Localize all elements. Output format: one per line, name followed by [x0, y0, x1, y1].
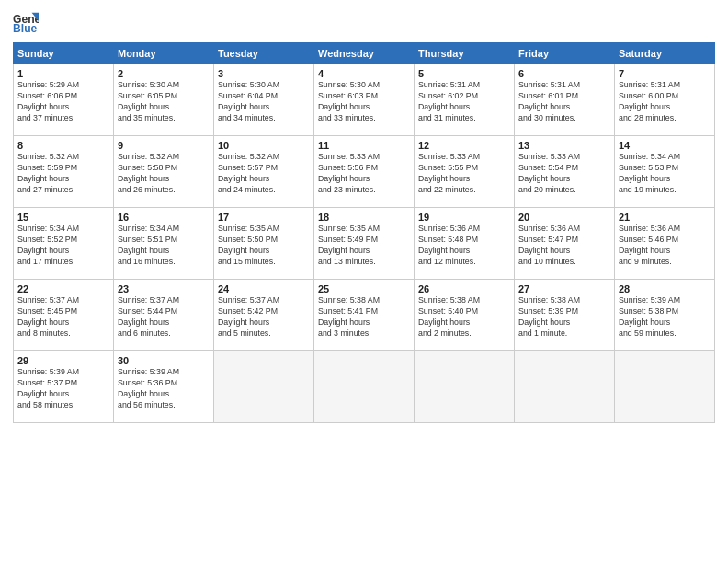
calendar-cell: [214, 351, 314, 423]
calendar-cell: [515, 351, 615, 423]
day-number: 11: [318, 140, 410, 151]
day-number: 20: [518, 212, 610, 223]
calendar-cell: 7 Sunrise: 5:31 AM Sunset: 6:00 PM Dayli…: [615, 64, 715, 136]
day-info: Sunrise: 5:36 AM Sunset: 5:46 PM Dayligh…: [619, 224, 711, 268]
weekday-header: Thursday: [415, 43, 515, 64]
calendar-cell: 8 Sunrise: 5:32 AM Sunset: 5:59 PM Dayli…: [14, 136, 114, 208]
day-number: 23: [118, 283, 210, 294]
calendar-cell: 10 Sunrise: 5:32 AM Sunset: 5:57 PM Dayl…: [214, 136, 314, 208]
day-number: 12: [418, 140, 510, 151]
day-info: Sunrise: 5:37 AM Sunset: 5:45 PM Dayligh…: [17, 295, 109, 339]
day-info: Sunrise: 5:39 AM Sunset: 5:37 PM Dayligh…: [17, 367, 109, 411]
calendar-week-row: 15 Sunrise: 5:34 AM Sunset: 5:52 PM Dayl…: [14, 208, 715, 280]
day-number: 21: [619, 212, 711, 223]
calendar-cell: 18 Sunrise: 5:35 AM Sunset: 5:49 PM Dayl…: [314, 208, 415, 280]
calendar-cell: 12 Sunrise: 5:33 AM Sunset: 5:55 PM Dayl…: [415, 136, 515, 208]
day-number: 6: [518, 68, 610, 79]
calendar-table: SundayMondayTuesdayWednesdayThursdayFrid…: [13, 42, 715, 423]
weekday-header: Friday: [515, 43, 615, 64]
header: General Blue: [13, 9, 715, 35]
day-info: Sunrise: 5:32 AM Sunset: 5:57 PM Dayligh…: [218, 152, 310, 196]
calendar-cell: 23 Sunrise: 5:37 AM Sunset: 5:44 PM Dayl…: [114, 280, 214, 351]
day-number: 18: [318, 212, 410, 223]
day-number: 14: [619, 140, 711, 151]
day-info: Sunrise: 5:37 AM Sunset: 5:44 PM Dayligh…: [118, 295, 210, 339]
calendar-cell: [314, 351, 415, 423]
day-info: Sunrise: 5:33 AM Sunset: 5:56 PM Dayligh…: [318, 152, 410, 196]
day-number: 19: [418, 212, 510, 223]
calendar-week-row: 1 Sunrise: 5:29 AM Sunset: 6:06 PM Dayli…: [14, 64, 715, 136]
day-number: 13: [518, 140, 610, 151]
calendar-cell: 22 Sunrise: 5:37 AM Sunset: 5:45 PM Dayl…: [14, 280, 114, 351]
page-container: General Blue SundayMondayTuesdayWednesda…: [0, 0, 728, 429]
day-number: 30: [118, 355, 210, 366]
day-info: Sunrise: 5:39 AM Sunset: 5:38 PM Dayligh…: [619, 295, 711, 339]
weekday-header: Saturday: [615, 43, 715, 64]
calendar-cell: 29 Sunrise: 5:39 AM Sunset: 5:37 PM Dayl…: [14, 351, 114, 423]
day-info: Sunrise: 5:36 AM Sunset: 5:48 PM Dayligh…: [418, 224, 510, 268]
day-info: Sunrise: 5:29 AM Sunset: 6:06 PM Dayligh…: [17, 80, 109, 124]
weekday-header: Sunday: [14, 43, 114, 64]
calendar-cell: 25 Sunrise: 5:38 AM Sunset: 5:41 PM Dayl…: [314, 280, 415, 351]
day-number: 25: [318, 283, 410, 294]
logo-icon: General Blue: [13, 9, 39, 35]
day-number: 8: [17, 140, 109, 151]
calendar-cell: 6 Sunrise: 5:31 AM Sunset: 6:01 PM Dayli…: [515, 64, 615, 136]
calendar-week-row: 8 Sunrise: 5:32 AM Sunset: 5:59 PM Dayli…: [14, 136, 715, 208]
calendar-cell: 14 Sunrise: 5:34 AM Sunset: 5:53 PM Dayl…: [615, 136, 715, 208]
calendar-cell: 3 Sunrise: 5:30 AM Sunset: 6:04 PM Dayli…: [214, 64, 314, 136]
day-info: Sunrise: 5:30 AM Sunset: 6:03 PM Dayligh…: [318, 80, 410, 124]
calendar-cell: 20 Sunrise: 5:36 AM Sunset: 5:47 PM Dayl…: [515, 208, 615, 280]
day-info: Sunrise: 5:31 AM Sunset: 6:00 PM Dayligh…: [619, 80, 711, 124]
day-info: Sunrise: 5:32 AM Sunset: 5:58 PM Dayligh…: [118, 152, 210, 196]
day-number: 5: [418, 68, 510, 79]
day-number: 17: [218, 212, 310, 223]
logo: General Blue: [13, 9, 40, 35]
calendar-cell: 16 Sunrise: 5:34 AM Sunset: 5:51 PM Dayl…: [114, 208, 214, 280]
day-info: Sunrise: 5:35 AM Sunset: 5:49 PM Dayligh…: [318, 224, 410, 268]
weekday-header: Wednesday: [314, 43, 415, 64]
day-info: Sunrise: 5:38 AM Sunset: 5:39 PM Dayligh…: [518, 295, 610, 339]
day-info: Sunrise: 5:39 AM Sunset: 5:36 PM Dayligh…: [118, 367, 210, 411]
calendar-cell: [415, 351, 515, 423]
day-info: Sunrise: 5:33 AM Sunset: 5:54 PM Dayligh…: [518, 152, 610, 196]
calendar-cell: 9 Sunrise: 5:32 AM Sunset: 5:58 PM Dayli…: [114, 136, 214, 208]
day-number: 28: [619, 283, 711, 294]
day-info: Sunrise: 5:38 AM Sunset: 5:41 PM Dayligh…: [318, 295, 410, 339]
calendar-week-row: 22 Sunrise: 5:37 AM Sunset: 5:45 PM Dayl…: [14, 280, 715, 351]
weekday-header: Monday: [114, 43, 214, 64]
day-number: 22: [17, 283, 109, 294]
day-number: 3: [218, 68, 310, 79]
calendar-cell: 2 Sunrise: 5:30 AM Sunset: 6:05 PM Dayli…: [114, 64, 214, 136]
calendar-cell: 1 Sunrise: 5:29 AM Sunset: 6:06 PM Dayli…: [14, 64, 114, 136]
calendar-cell: [615, 351, 715, 423]
day-number: 4: [318, 68, 410, 79]
day-info: Sunrise: 5:34 AM Sunset: 5:52 PM Dayligh…: [17, 224, 109, 268]
calendar-cell: 15 Sunrise: 5:34 AM Sunset: 5:52 PM Dayl…: [14, 208, 114, 280]
day-number: 29: [17, 355, 109, 366]
day-info: Sunrise: 5:34 AM Sunset: 5:51 PM Dayligh…: [118, 224, 210, 268]
day-number: 9: [118, 140, 210, 151]
calendar-cell: 11 Sunrise: 5:33 AM Sunset: 5:56 PM Dayl…: [314, 136, 415, 208]
calendar-cell: 17 Sunrise: 5:35 AM Sunset: 5:50 PM Dayl…: [214, 208, 314, 280]
weekday-header: Tuesday: [214, 43, 314, 64]
weekday-header-row: SundayMondayTuesdayWednesdayThursdayFrid…: [14, 43, 715, 64]
day-number: 24: [218, 283, 310, 294]
calendar-cell: 4 Sunrise: 5:30 AM Sunset: 6:03 PM Dayli…: [314, 64, 415, 136]
calendar-cell: 26 Sunrise: 5:38 AM Sunset: 5:40 PM Dayl…: [415, 280, 515, 351]
day-info: Sunrise: 5:30 AM Sunset: 6:04 PM Dayligh…: [218, 80, 310, 124]
day-info: Sunrise: 5:31 AM Sunset: 6:01 PM Dayligh…: [518, 80, 610, 124]
calendar-cell: 27 Sunrise: 5:38 AM Sunset: 5:39 PM Dayl…: [515, 280, 615, 351]
calendar-cell: 13 Sunrise: 5:33 AM Sunset: 5:54 PM Dayl…: [515, 136, 615, 208]
day-number: 1: [17, 68, 109, 79]
day-info: Sunrise: 5:38 AM Sunset: 5:40 PM Dayligh…: [418, 295, 510, 339]
calendar-cell: 30 Sunrise: 5:39 AM Sunset: 5:36 PM Dayl…: [114, 351, 214, 423]
calendar-cell: 28 Sunrise: 5:39 AM Sunset: 5:38 PM Dayl…: [615, 280, 715, 351]
day-number: 2: [118, 68, 210, 79]
calendar-week-row: 29 Sunrise: 5:39 AM Sunset: 5:37 PM Dayl…: [14, 351, 715, 423]
calendar-cell: 21 Sunrise: 5:36 AM Sunset: 5:46 PM Dayl…: [615, 208, 715, 280]
day-info: Sunrise: 5:31 AM Sunset: 6:02 PM Dayligh…: [418, 80, 510, 124]
day-info: Sunrise: 5:35 AM Sunset: 5:50 PM Dayligh…: [218, 224, 310, 268]
day-info: Sunrise: 5:32 AM Sunset: 5:59 PM Dayligh…: [17, 152, 109, 196]
calendar-cell: 19 Sunrise: 5:36 AM Sunset: 5:48 PM Dayl…: [415, 208, 515, 280]
